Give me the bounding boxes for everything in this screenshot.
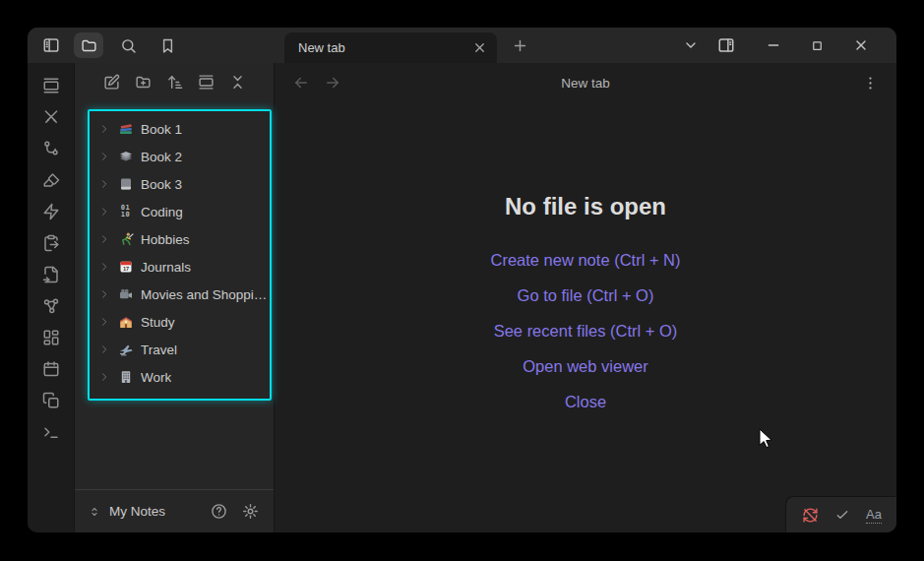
right-sidebar-toggle-button[interactable]	[717, 36, 735, 54]
explorer-action-button[interactable]	[229, 74, 246, 91]
camera-icon	[117, 286, 134, 302]
folder-label: Hobbies	[141, 232, 190, 247]
ribbon-button[interactable]	[42, 266, 60, 283]
folder-label: Book 3	[141, 177, 182, 192]
tab-list-button[interactable]	[683, 37, 699, 53]
folder-label: Travel	[141, 343, 177, 357]
folder-row[interactable]: Book 3	[92, 170, 268, 198]
binary-icon: 0110	[117, 204, 134, 219]
new-tab-button[interactable]	[512, 28, 528, 63]
ribbon-button[interactable]	[42, 203, 60, 220]
ribbon-button[interactable]	[42, 108, 60, 126]
ribbon-button[interactable]	[42, 423, 60, 441]
explorer-action-button[interactable]	[103, 74, 120, 91]
forward-button[interactable]	[324, 74, 341, 92]
tab-close-button[interactable]	[472, 40, 487, 55]
ribbon-button[interactable]	[42, 392, 60, 409]
titlebar-spacer	[528, 28, 683, 63]
clipboard-paste-icon	[42, 234, 60, 252]
chevron-right-icon	[98, 288, 110, 300]
folder-icon	[81, 37, 97, 54]
fencer-icon	[117, 231, 134, 247]
status-check-item[interactable]	[834, 507, 850, 523]
chevron-right-icon	[98, 343, 110, 355]
folder-row[interactable]: Study	[92, 308, 268, 336]
close-window-button[interactable]	[853, 37, 869, 53]
window-body: Book 1 Book 2 Book 3	[28, 63, 896, 532]
minimize-icon	[766, 37, 781, 53]
main-pane: New tab No file is open Create new note …	[275, 63, 896, 532]
folder-label: Movies and Shoppi…	[141, 287, 267, 302]
left-sidebar-toggle-button[interactable]	[28, 36, 74, 54]
plus-icon	[512, 37, 528, 54]
folder-row[interactable]: Book 1	[92, 115, 268, 143]
view-header: New tab	[275, 63, 896, 102]
folder-label: Coding	[141, 205, 183, 219]
panel-right-icon	[717, 36, 735, 54]
chevron-right-icon	[98, 151, 110, 162]
view-title: New tab	[275, 76, 896, 91]
folder-row[interactable]: 0110 Coding	[92, 198, 268, 225]
help-button[interactable]	[211, 503, 227, 520]
empty-state: No file is open Create new note (Ctrl + …	[275, 102, 896, 413]
file-symlink-icon	[42, 266, 60, 283]
folder-plus-icon	[135, 74, 152, 91]
chevron-right-icon	[98, 206, 110, 218]
ribbon-button[interactable]	[42, 329, 60, 346]
ribbon-button[interactable]	[42, 297, 60, 315]
app-window: New tab	[28, 28, 896, 532]
ribbon-button[interactable]	[42, 140, 60, 157]
folder-row[interactable]: Journals	[92, 253, 268, 280]
empty-state-link[interactable]: Close	[565, 391, 606, 413]
vault-switcher[interactable]: My Notes	[75, 489, 274, 532]
folder-row[interactable]: Book 2	[92, 143, 268, 170]
terminal-icon	[42, 423, 60, 441]
copy-icon	[42, 392, 60, 409]
folder-row[interactable]: Movies and Shoppi…	[92, 280, 268, 308]
sidebar-nav-button[interactable]	[74, 32, 103, 58]
folder-row[interactable]: Work	[92, 363, 268, 391]
ribbon-button[interactable]	[42, 171, 60, 189]
chevron-right-icon	[98, 178, 110, 190]
ribbon-button[interactable]	[42, 77, 60, 94]
chevron-right-icon	[98, 316, 110, 328]
empty-state-link[interactable]: Open web viewer	[523, 355, 647, 378]
sync-error-button[interactable]	[802, 507, 819, 524]
maximize-button[interactable]	[810, 38, 825, 53]
ribbon	[28, 63, 75, 532]
gallery-vertical-icon	[198, 74, 215, 91]
tab-new-tab[interactable]: New tab	[284, 32, 497, 63]
folder-label: Work	[141, 370, 171, 385]
explorer-action-button[interactable]	[166, 74, 183, 91]
stack-icon	[117, 149, 134, 164]
explorer-action-button[interactable]	[135, 74, 152, 91]
spellcheck-toggle[interactable]: Aa	[866, 507, 882, 524]
chevrons-up-down-icon	[88, 505, 101, 519]
sidebar-nav-button[interactable]	[153, 32, 182, 58]
vault-actions	[211, 503, 259, 520]
explorer-action-button[interactable]	[198, 74, 215, 91]
more-options-button[interactable]	[862, 75, 879, 92]
sync-off-icon	[802, 507, 819, 524]
settings-button[interactable]	[242, 503, 259, 520]
back-button[interactable]	[292, 74, 310, 92]
titlebar: New tab	[28, 28, 896, 63]
mouse-cursor	[759, 429, 773, 450]
books-icon	[117, 121, 134, 137]
chevron-right-icon	[98, 261, 110, 273]
folder-row[interactable]: Hobbies	[92, 225, 268, 253]
minimize-button[interactable]	[766, 37, 781, 53]
ribbon-button[interactable]	[42, 234, 60, 252]
empty-state-link[interactable]: Go to file (Ctrl + O)	[518, 284, 654, 307]
folder-label: Journals	[141, 260, 191, 275]
window-controls	[683, 28, 869, 63]
vault-name: My Notes	[109, 504, 203, 519]
folder-row[interactable]: Travel	[92, 336, 268, 363]
chevron-right-icon	[98, 123, 110, 135]
gallery-vertical-icon	[42, 77, 60, 94]
empty-state-actions: Create new note (Ctrl + N) Go to file (C…	[490, 249, 680, 413]
empty-state-link[interactable]: Create new note (Ctrl + N)	[490, 249, 680, 272]
ribbon-button[interactable]	[42, 360, 60, 378]
sidebar-nav-button[interactable]	[113, 32, 143, 58]
empty-state-link[interactable]: See recent files (Ctrl + O)	[494, 320, 678, 343]
